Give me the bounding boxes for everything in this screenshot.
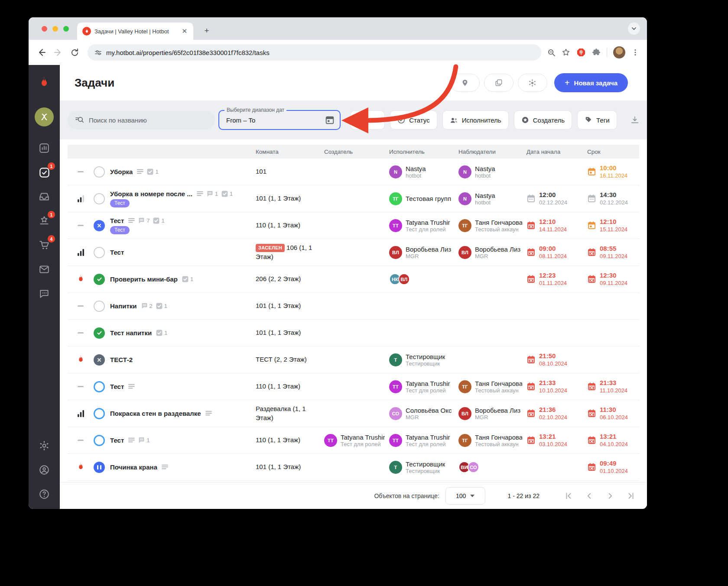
priority-urgent-flame-icon	[77, 463, 84, 472]
sidebar-item-inbox[interactable]	[36, 188, 53, 205]
status-icon[interactable]	[94, 462, 105, 473]
executor-cell: ТТестировщикТестировщик	[389, 460, 454, 474]
export-download-icon[interactable]	[630, 115, 640, 125]
site-settings-icon[interactable]	[94, 49, 102, 56]
adblock-extension-icon[interactable]	[576, 48, 586, 57]
sidebar-item-requests[interactable]: 1	[36, 212, 53, 230]
due-date-cell-time: 12:30	[600, 272, 627, 280]
executor-cell: ТТTatyana TrushirТест для ролей	[389, 434, 454, 447]
sidebar-item-mail[interactable]	[36, 261, 53, 278]
close-window-button[interactable]	[42, 26, 47, 32]
browser-window: Задачи | Valley Hotel | Hotbot ✕ + my.ho…	[29, 17, 647, 509]
task-row[interactable]: ТестЗАСЕЛЕН 106 (1, 1 Этаж)ВЛВоробьева Л…	[68, 239, 639, 266]
new-task-button[interactable]: + Новая задача	[554, 73, 628, 92]
task-row[interactable]: Проверить мини-бар1206 (2, 2 Этаж)НКВЛ12…	[68, 266, 639, 293]
hotbot-logo-icon[interactable]	[36, 74, 53, 92]
profile-avatar[interactable]	[613, 46, 625, 58]
property-avatar[interactable]	[35, 107, 54, 126]
status-icon[interactable]	[94, 408, 105, 419]
status-icon[interactable]	[94, 166, 105, 178]
sidebar-item-settings[interactable]	[36, 437, 53, 454]
tab-search-chevron-icon[interactable]	[628, 23, 640, 35]
due-date-cell-time: 11:30	[600, 406, 628, 414]
status-icon[interactable]	[94, 274, 105, 285]
forward-icon[interactable]	[51, 45, 65, 59]
status-icon[interactable]	[94, 381, 105, 392]
filter-chip-new[interactable]: Новые	[350, 110, 385, 130]
room-cell: 110 (1, 1 Этаж)	[256, 221, 324, 230]
new-tab-button[interactable]: +	[201, 25, 212, 36]
extensions-puzzle-icon[interactable]	[592, 48, 601, 57]
executor-cell-name: Tatyana Trushir	[406, 434, 450, 441]
task-row[interactable]: Уборка1101NNastyahotbotNNastyahotbot10:0…	[68, 159, 639, 185]
status-icon[interactable]	[94, 354, 105, 366]
due-date-cell: 08:5509.11.2024	[587, 245, 635, 260]
status-icon[interactable]	[94, 220, 105, 231]
last-page-button[interactable]	[626, 491, 636, 501]
reload-icon[interactable]	[68, 45, 81, 59]
status-icon[interactable]	[94, 301, 105, 312]
per-page-select[interactable]: 100	[445, 487, 485, 505]
executor-cell-avatars: НКВЛ	[389, 273, 454, 285]
task-row[interactable]: Тест71Тест110 (1, 1 Этаж)ТТTatyana Trush…	[68, 212, 639, 239]
tags-icon	[585, 116, 592, 124]
search-input[interactable]: Поиск по названию	[68, 111, 215, 130]
next-page-button[interactable]	[605, 491, 615, 501]
task-row[interactable]: Тест напитки1101 (1, 1 Этаж)	[68, 320, 639, 346]
due-date-cell-date: 01.10.2024	[600, 468, 628, 475]
calendar-icon[interactable]	[325, 115, 335, 125]
checklist-count: 1	[155, 168, 158, 175]
location-filter-button[interactable]	[450, 74, 480, 92]
filter-chip-status[interactable]: Статус	[390, 110, 437, 130]
zoom-icon[interactable]	[547, 49, 556, 57]
sidebar-item-analytics[interactable]	[36, 139, 53, 157]
calendar-date-icon	[587, 436, 596, 445]
executor-cell: ТТTatyana TrushirТест для ролей	[389, 380, 454, 394]
executor-cell-name: Nastya	[406, 165, 426, 172]
room-cell: Раздевалка (1, 1 Этаж)	[256, 405, 324, 422]
task-row[interactable]: Тест1110 (1, 1 Этаж)ТТTatyana TrushirТес…	[68, 427, 639, 454]
task-row[interactable]: Тест110 (1, 1 Этаж)ТТTatyana TrushirТест…	[68, 373, 639, 400]
sidebar-item-help[interactable]	[36, 486, 53, 503]
task-row[interactable]: Уборка в номере после ...11Тест101 (1, 1…	[68, 185, 639, 212]
sidebar-item-chat[interactable]	[36, 285, 53, 302]
avatar: СО	[468, 461, 479, 473]
table-settings-button[interactable]	[518, 74, 547, 92]
date-range-input[interactable]: Выберите диапазон дат From – To	[218, 110, 341, 130]
checklist-count: 1	[164, 330, 167, 336]
menu-dots-icon[interactable]	[631, 49, 639, 56]
watchers-cell-name: Nastya	[475, 165, 495, 172]
executor-cell-name: Соловьёва Окс	[406, 407, 452, 414]
priority-cell	[68, 386, 94, 387]
task-row[interactable]: Напитки21101 (1, 1 Этаж)	[68, 293, 639, 320]
sidebar-item-tasks[interactable]: 1	[36, 164, 53, 181]
status-icon[interactable]	[94, 327, 105, 339]
filter-chip-creator[interactable]: Создатель	[514, 110, 572, 130]
copy-view-button[interactable]	[484, 74, 514, 92]
room-cell: 101 (1, 1 Этаж)	[256, 301, 324, 310]
task-row[interactable]: Починка крана101 (1, 1 Этаж)ТТестировщик…	[68, 454, 639, 481]
status-icon[interactable]	[94, 247, 105, 258]
minimize-window-button[interactable]	[52, 26, 58, 32]
first-page-button[interactable]	[564, 491, 573, 501]
due-date-cell-time: 12:10	[600, 218, 627, 226]
prev-page-button[interactable]	[585, 491, 594, 501]
bookmark-star-icon[interactable]	[562, 48, 570, 57]
executor-cell-role: Тест для ролей	[406, 441, 450, 447]
task-row[interactable]: ТЕСТ-2ТЕСТ (2, 2 Этаж)ТТестировщикТестир…	[68, 346, 639, 373]
sidebar-item-shop[interactable]: 4	[36, 236, 53, 254]
maximize-window-button[interactable]	[63, 26, 69, 32]
status-icon[interactable]	[94, 193, 105, 204]
filter-chip-assignee[interactable]: Исполнитель	[442, 110, 509, 130]
url-bar[interactable]: my.hotbot.ai/properties/65f2c01f38e33000…	[88, 44, 541, 61]
watchers-cell-role: Тестовый аккаун	[475, 226, 522, 233]
sidebar-item-profile[interactable]	[36, 461, 53, 479]
filter-chip-tags[interactable]: Теги	[577, 110, 617, 130]
task-row[interactable]: Покраска стен в раздевалкеРаздевалка (1,…	[68, 400, 639, 427]
status-icon[interactable]	[94, 435, 105, 446]
back-icon[interactable]	[35, 45, 49, 59]
executor-cell-role: Тестировщик	[406, 360, 445, 367]
browser-tab[interactable]: Задачи | Valley Hotel | Hotbot ✕	[77, 23, 193, 40]
tab-close-icon[interactable]: ✕	[180, 27, 189, 35]
executor-cell-name: Тестировщик	[406, 353, 445, 360]
